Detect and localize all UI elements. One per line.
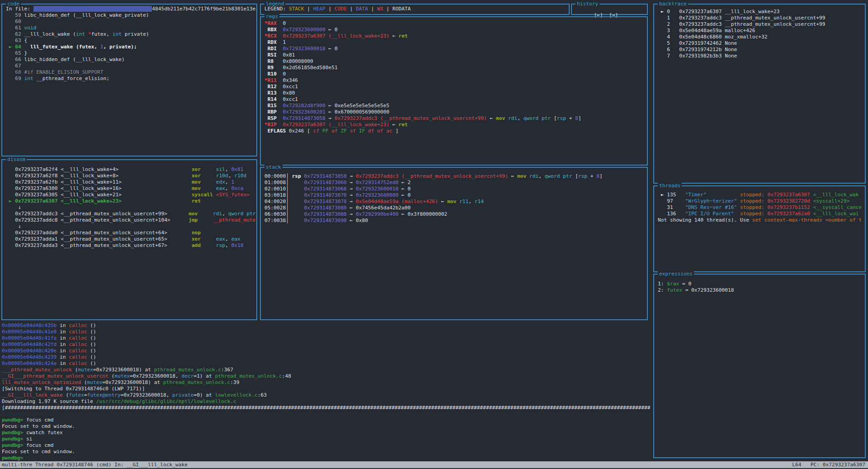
terminal-line: 0x00005e04d48c4239 in calloc () [2,354,650,360]
terminal-line: 0x7293237a6300 <__lll_lock_wake+16> mov … [6,185,255,192]
terminal-line: lll_mutex_unlock_optimized (mutex=0x7293… [2,379,650,386]
legend-lines: LEGEND: STACK | HEAP | CODE | DATA | WX … [264,6,568,13]
terminal-line: 62 __lll_lock_wake (int *futex, int priv… [6,31,255,38]
panel-title-regs: regs [264,14,279,20]
terminal-line: 0x7293237addc8 <__pthread_mutex_unlock_u… [6,217,255,223]
terminal-line: *R11 0x346 [264,77,646,84]
terminal-line: 02:0010│ 0x729314873068 → 0x729323600018… [264,186,646,192]
terminal-line: 67 [6,63,255,69]
registers-lines: *RAX 0 RBX 0x729323600000 ← 0*RCX 0x7293… [264,20,646,164]
terminal-line: 0x7293237a6305 <__lll_lock_wake+21> sysc… [6,192,255,198]
terminal-line: 07:0038│ 0x729314873090 ← 0x80 [264,218,646,224]
terminal-line: 0x7293237addc3 <__pthread_mutex_unlock_u… [6,211,255,217]
terminal-line: pwndbg> focus cmd [2,417,650,423]
expressions-lines: 1: $rax = 02: futex = 0x729323600018 [658,281,864,456]
terminal-line: pwndbg> [2,455,650,461]
terminal-line: 3 0x5e04d48ae59a malloc+426 [658,28,864,34]
panel-expressions: expressions 1: $rax = 02: futex = 0x7293… [653,274,866,458]
terminal-line: ↓ [6,204,255,211]
terminal-line: 01:0008│ 0x729314873060 → 0x729314752ed0… [264,180,646,186]
terminal-line: RBX 0x729323600000 ← 0 [264,27,646,33]
terminal-line: 97 "WrGlyph~terizer" stopped: 0x72932382… [658,198,864,204]
terminal-line: 05:0028│ 0x729314873080 ← 0x7456e45da42b… [264,205,646,211]
status-bar: multi-thre Thread 0x7293148746 (cmd) In:… [0,461,868,468]
terminal-line: EFLAGS 0x246 [ cf PF af ZF sf IF df of a… [264,128,646,134]
terminal-line: 5 0x729319742462 None [658,40,864,47]
terminal-line: 68 #if ENABLE_ELISION_SUPPORT [6,69,255,76]
panel-legend: legend LEGEND: STACK | HEAP | CODE | DAT… [260,4,570,15]
terminal-line: __GI___lll_lock_wake (futex=futex@entry=… [2,392,650,398]
terminal-line: 0x00005e04d48c42fd in calloc () [2,341,650,348]
status-left: multi-thre Thread 0x7293148746 (cmd) In:… [0,461,188,468]
code-source-lines: In file: 4845db211e7b42c7176f9be21b8301e… [6,6,255,155]
terminal-line: ↓ [6,223,255,230]
panel-history: history [←] [→] [571,4,648,15]
panel-title-backtrace: backtrace [658,1,688,7]
panel-backtrace: backtrace ► 0 0x7293237a6307 __lll_lock_… [653,4,866,184]
terminal-line: 136 "IPC I/O Parent" stopped: 0x7293237a… [658,211,864,217]
terminal-line: Not showing 140 thread(s). Use set conte… [658,217,864,223]
terminal-line: 66 libc_hidden_def (__lll_lock_wake) [6,57,255,63]
terminal-line: R10 0 [264,71,646,77]
terminal-line: RDI 0x729323600018 ← 0 [264,46,646,52]
terminal-line: 00:0000│ rsp 0x729314873058 → 0x7293237a… [264,173,646,180]
panel-code: code In file: 4845db211e7b42c7176f9be21b… [1,4,257,156]
stack-lines: 00:0000│ rsp 0x729314873058 → 0x7293237a… [264,173,646,318]
disasm-lines: 0x7293237a62f4 <__lll_lock_wake+4> xor s… [6,166,255,318]
terminal-line: R12 0xcc1 [264,84,646,90]
terminal-line: 0x7293237adda1 <__pthread_mutex_unlock_u… [6,236,255,242]
terminal-line: 0x00005e04d48c420e in calloc () [2,348,650,354]
terminal-line: 0x7293237a62f4 <__lll_lock_wake+4> xor s… [6,166,255,173]
terminal-line: 0x00005e04d48c435b in calloc () [2,322,650,329]
terminal-line: 63 { [6,38,255,44]
terminal-line: pwndbg> si [2,436,650,442]
terminal-line: 2: futex = 0x729323600018 [658,287,864,294]
terminal-line: RDX 1 [264,39,646,46]
terminal-line: 1: $rax = 0 [658,281,864,287]
terminal-line: R15 0x729282d8f900 ← 0xe5e5e5e5e5e5e5e5 [264,103,646,109]
terminal-line: 0x7293237adda0 <__pthread_mutex_unlock_u… [6,230,255,236]
backtrace-lines: ► 0 0x7293237a6307 __lll_lock_wake+23 1 … [658,9,864,182]
terminal-line: ► 64 lll_futex_wake (futex, 1, private); [6,44,255,50]
terminal-line: *RAX 0 [264,20,646,27]
terminal-line: ► 0x7293237a6307 <__lll_lock_wake+23> re… [6,198,255,204]
terminal-line: ► 135 "Timer" stopped: 0x7293237a6307 <_… [658,192,864,198]
terminal-line: 0x7293237a62fb <__lll_lock_wake+11> mov … [6,179,255,185]
terminal-line: 0x00005e04d48c41e8 in calloc () [2,329,650,335]
terminal-line: __GI___pthread_mutex_unlock_usercnt (mut… [2,373,650,379]
terminal-line: 65 } [6,50,255,57]
terminal-line: 0x00005e04d48c424a in calloc () [2,360,650,367]
terminal-line: 59 libc_hidden_def (__lll_lock_wake_priv… [6,12,255,19]
terminal-line: In file: 4845db211e7b42c7176f9be21b8301e… [6,6,255,12]
terminal-line: 04:0020│ 0x729314873078 → 0x5e04d48ae59a… [264,199,646,205]
terminal-line: 31 "DNS Res~ver #16" stopped: 0x7293237b… [658,204,864,211]
terminal-line: RBP 0x729323600201 ← 0x6700000569000000 [264,109,646,115]
command-window[interactable]: pwndbg> focus cmdFocus set to cmd window… [2,417,650,461]
terminal-line: *RCX 0x7293237a6307 (__lll_lock_wake+23)… [264,33,646,39]
panel-regs: regs *RAX 0 RBX 0x729323600000 ← 0*RCX 0… [260,16,648,166]
panel-threads: threads ► 135 "Timer" stopped: 0x7293237… [653,185,866,272]
terminal-line: Focus set to cmd window. [2,423,650,430]
terminal-line: LEGEND: STACK | HEAP | CODE | DATA | WX … [264,6,568,12]
terminal-line: R9 0x2d561850ed580e51 [264,65,646,71]
terminal-line: ___pthread_mutex_unlock (mutex=0x7293236… [2,367,650,373]
terminal-line: ► 0 0x7293237a6307 __lll_lock_wake+23 [658,9,864,15]
terminal-line: 03:0018│ 0x729314873070 → 0x729323600000… [264,192,646,199]
panel-title-disasm: disasm [6,156,27,163]
terminal-line: pwndbg> focus cmd [2,442,650,449]
terminal-screen[interactable]: code In file: 4845db211e7b42c7176f9be21b… [0,0,868,469]
terminal-line: *RIP 0x7293237a6307 (__lll_lock_wake+23)… [264,122,646,128]
terminal-line: [#######################################… [2,405,650,411]
threads-lines: ► 135 "Timer" stopped: 0x7293237a6307 <_… [658,192,864,270]
terminal-line: 61 void [6,25,255,31]
panel-title-expressions: expressions [658,271,694,277]
terminal-line: 0x7293237a62f8 <__lll_lock_wake+8> xor r… [6,173,255,179]
terminal-line: 0x7293237adda3 <__pthread_mutex_unlock_u… [6,242,255,249]
panel-title-stack: stack [264,164,283,171]
terminal-line: R13 0x80 [264,90,646,96]
terminal-line: R8 0x80008000 [264,58,646,65]
terminal-line: Downloading 1.97 K source file /usr/src/… [2,398,650,405]
terminal-line: 69 int __pthread_force_elision; [6,76,255,82]
terminal-line: 6 0x72931974212b None [658,47,864,53]
panel-title-threads: threads [658,183,682,189]
